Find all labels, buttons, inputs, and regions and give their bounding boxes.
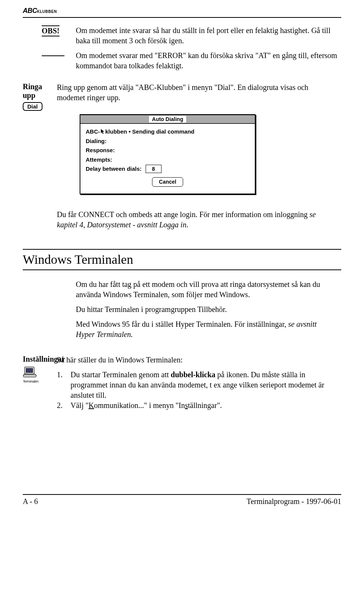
installningar-section: Inställningar Terminalen Så här ställer …: [4, 355, 341, 411]
obs-underline: [42, 55, 64, 56]
ringa-para: Ring upp genom att välja "ABC-Klubben" i…: [57, 82, 337, 103]
installningar-label: Inställningar: [23, 355, 52, 364]
footer-rule: [23, 494, 341, 495]
header-logo: ABCKLUBBEN: [23, 7, 341, 15]
delay-input[interactable]: 8: [146, 165, 162, 173]
h1-title: Windows Terminalen: [23, 251, 341, 268]
terminal-icon-caption: Terminalen: [23, 380, 39, 383]
dialog-titlebar: Auto Dialing: [80, 115, 255, 124]
obs-para-1: Om modemet inte svarar så har du ställt …: [76, 25, 337, 46]
logo-abc: ABC: [23, 7, 37, 14]
dialog-title: Auto Dialing: [149, 116, 186, 122]
instal-item-1: 1. Du startar Terminalen genom att dubbe…: [57, 370, 337, 400]
terminal-icon: [23, 366, 38, 380]
instal-intro: Så här ställer du in Windows Terminalen:: [57, 355, 337, 365]
instal-item-2: 2. Välj "Kommunikation..." i menyn "Inst…: [57, 400, 337, 411]
svg-rect-2: [26, 368, 33, 373]
page-footer: A - 6 Terminalprogram - 1997-06-01: [23, 497, 341, 506]
dialing-label: Dialing:: [86, 137, 107, 146]
obs-section: OBS! Om modemet inte svarar så har du st…: [23, 25, 341, 71]
svg-marker-0: [101, 129, 104, 134]
dial-button[interactable]: Dial: [23, 102, 42, 111]
attempts-label: Attempts:: [86, 156, 112, 164]
dialog-status-line: ABC- klubben • Sending dial command: [86, 128, 249, 136]
obs-label: OBS!: [42, 25, 60, 36]
h1-rule-top: [23, 249, 341, 250]
h1-rule-bottom: [23, 269, 341, 270]
cancel-button[interactable]: Cancel: [152, 177, 183, 187]
connect-para: Du får CONNECT och ombeds att ange login…: [57, 209, 337, 230]
obs-para-2: Om modemet svarar med "ERROR" kan du för…: [76, 50, 337, 71]
delay-label: Delay between dials:: [86, 165, 142, 173]
winterm-p1: Om du har fått tag på ett modem och vill…: [76, 279, 337, 300]
winterm-p2: Du hittar Terminalen i programgruppen Ti…: [76, 304, 337, 315]
logo-klubben: KLUBBEN: [37, 9, 57, 14]
auto-dialing-dialog: Auto Dialing ABC- klubben • Sending dial…: [80, 114, 256, 194]
windows-terminalen-heading: Windows Terminalen: [23, 249, 341, 270]
winterm-section: Om du har fått tag på ett modem och vill…: [23, 279, 341, 340]
header-rule: [23, 17, 341, 18]
ringa-label: Ringa upp: [23, 82, 52, 100]
winterm-p3: Med Windows 95 får du i stället Hyper Te…: [76, 319, 337, 340]
response-label: Response:: [86, 146, 115, 155]
footer-page-num: A - 6: [23, 497, 38, 506]
cursor-icon: [100, 129, 105, 135]
ringa-section: Ringa upp Dial Ring upp genom att välja …: [4, 82, 341, 230]
footer-doc-title: Terminalprogram - 1997-06-01: [246, 497, 341, 506]
